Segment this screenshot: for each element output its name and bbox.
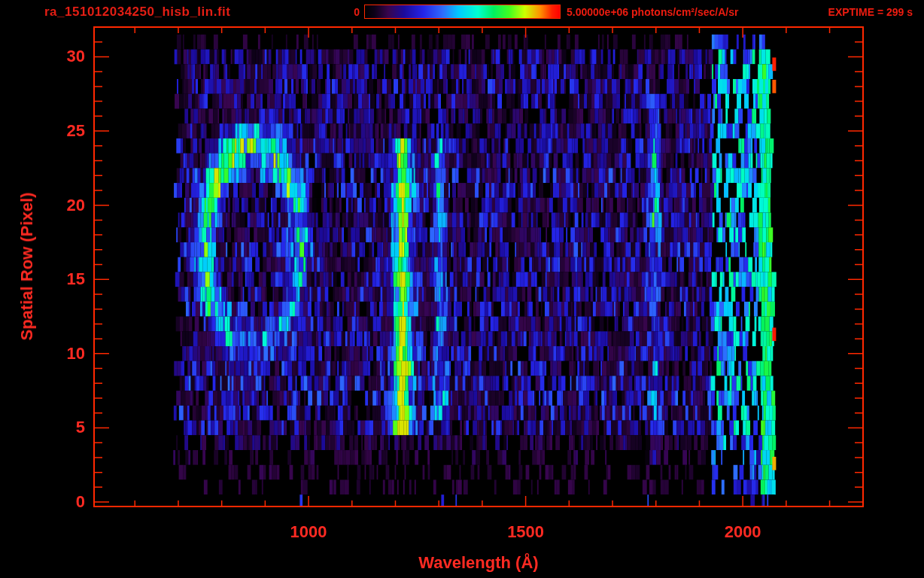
y-axis-tick-label: 0 [47, 492, 85, 512]
y-axis-tick-label: 10 [47, 344, 85, 364]
y-axis-tick-label: 25 [47, 121, 85, 141]
x-axis-tick-label: 2000 [725, 522, 761, 542]
y-axis-tick-labels: 051015202530 [47, 0, 85, 578]
exptime-label: EXPTIME = 299 s [828, 6, 913, 18]
x-axis-title: Wavelength (Å) [418, 553, 538, 573]
y-axis-tick-label: 20 [47, 196, 85, 215]
y-axis-tick-label: 5 [47, 418, 85, 437]
y-axis-tick-label: 30 [47, 47, 85, 66]
colorbar [364, 5, 561, 19]
colorbar-min-label: 0 [324, 6, 360, 18]
x-axis-tick-label: 1000 [290, 522, 327, 542]
x-axis-tick-label: 1500 [507, 522, 544, 542]
spectrogram-canvas [0, 0, 924, 578]
fits-display-window: ra_151012034250_hisb_lin.fit 0 5.00000e+… [0, 0, 924, 578]
x-axis-tick-labels: 100015002000 [0, 522, 924, 543]
y-axis-title: Spatial Row (Pixel) [17, 193, 37, 341]
colorbar-max-label: 5.00000e+06 photons/cm²/sec/A/sr [567, 6, 738, 18]
y-axis-tick-label: 15 [47, 269, 85, 289]
